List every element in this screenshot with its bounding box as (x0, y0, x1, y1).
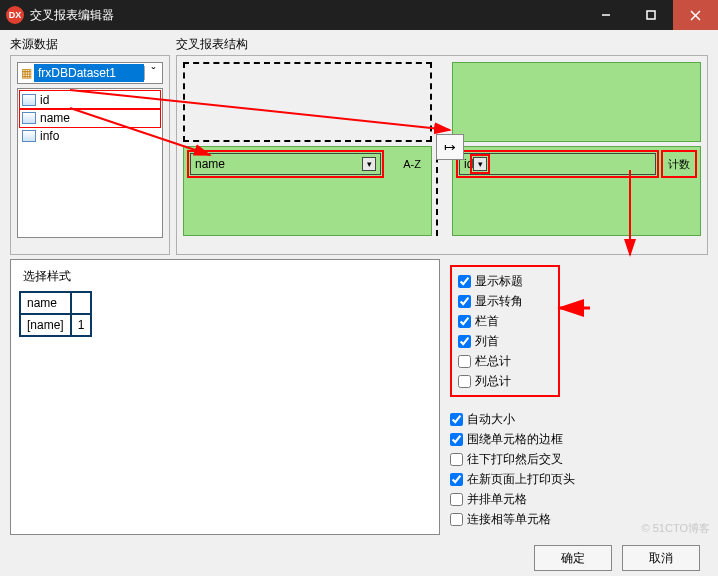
dataset-icon: ▦ (18, 66, 34, 80)
check-label: 列总计 (475, 373, 511, 390)
check-row-header[interactable]: 列首 (458, 331, 552, 351)
options-panel: 显示标题 显示转角 栏首 列首 栏总计 列总计 自动大小 围绕单元格的边框 往下… (446, 259, 708, 535)
checkbox[interactable] (458, 335, 471, 348)
svg-rect-1 (647, 11, 655, 19)
row-field-box[interactable]: name ▾ (190, 153, 381, 175)
preview-cell-label: [name] (20, 314, 71, 336)
close-button[interactable] (673, 0, 718, 30)
check-col-header[interactable]: 栏首 (458, 311, 552, 331)
structure-zone-data[interactable]: id ▾ 计数 (452, 146, 701, 236)
structure-zone-row[interactable]: name ▾ A-Z (183, 146, 432, 236)
check-show-corner[interactable]: 显示转角 (458, 291, 552, 311)
check-label: 往下打印然后交叉 (467, 451, 563, 468)
check-row-total[interactable]: 列总计 (458, 371, 552, 391)
check-label: 连接相等单元格 (467, 511, 551, 528)
checkbox[interactable] (458, 375, 471, 388)
aggregate-label[interactable]: 计数 (664, 153, 694, 175)
source-panel: ▦ frxDBDataset1 ˇ id name info (10, 55, 170, 255)
checkbox[interactable] (458, 315, 471, 328)
maximize-button[interactable] (628, 0, 673, 30)
checkbox[interactable] (450, 513, 463, 526)
checkbox[interactable] (458, 355, 471, 368)
field-label: name (40, 111, 70, 125)
check-label: 并排单元格 (467, 491, 527, 508)
check-label: 在新页面上打印页头 (467, 471, 575, 488)
display-options-group: 显示标题 显示转角 栏首 列首 栏总计 列总计 (450, 265, 560, 397)
app-icon: DX (6, 6, 24, 24)
structure-zone-topleft[interactable] (183, 62, 432, 142)
dialog-footer: 确定 取消 (10, 539, 708, 576)
structure-zone-column-header[interactable] (452, 62, 701, 142)
ok-button[interactable]: 确定 (534, 545, 612, 571)
check-cell-border[interactable]: 围绕单元格的边框 (450, 429, 704, 449)
field-item-info[interactable]: info (20, 127, 160, 145)
dataset-select[interactable]: ▦ frxDBDataset1 ˇ (17, 62, 163, 84)
field-item-id[interactable]: id (20, 91, 160, 109)
chevron-down-icon[interactable]: ˇ (144, 66, 162, 80)
checkbox[interactable] (450, 413, 463, 426)
field-label: info (40, 129, 59, 143)
dataset-selected: frxDBDataset1 (34, 64, 144, 82)
titlebar: DX 交叉报表编辑器 (0, 0, 718, 30)
window-title: 交叉报表编辑器 (30, 7, 114, 24)
checkbox[interactable] (450, 433, 463, 446)
preview-header-cell: name (20, 292, 71, 314)
checkbox[interactable] (450, 473, 463, 486)
check-print-cross[interactable]: 往下打印然后交叉 (450, 449, 704, 469)
field-icon (22, 94, 36, 106)
swap-dimensions-button[interactable]: ↦ (436, 134, 464, 160)
preview-panel: 选择样式 name [name]1 (10, 259, 440, 535)
layout-options-group: 自动大小 围绕单元格的边框 往下打印然后交叉 在新页面上打印页头 并排单元格 连… (450, 409, 704, 529)
check-label: 围绕单元格的边框 (467, 431, 563, 448)
check-reprint-header[interactable]: 在新页面上打印页头 (450, 469, 704, 489)
minimize-button[interactable] (583, 0, 628, 30)
check-label: 自动大小 (467, 411, 515, 428)
cancel-button[interactable]: 取消 (622, 545, 700, 571)
check-side-cells[interactable]: 并排单元格 (450, 489, 704, 509)
data-field-box[interactable]: id ▾ (459, 153, 656, 175)
row-sort-label[interactable]: A-Z (399, 153, 425, 175)
source-label: 来源数据 (10, 36, 170, 53)
check-label: 显示标题 (475, 273, 523, 290)
structure-label: 交叉报表结构 (176, 36, 708, 53)
check-label: 栏首 (475, 313, 499, 330)
check-col-total[interactable]: 栏总计 (458, 351, 552, 371)
field-icon (22, 130, 36, 142)
checkbox[interactable] (450, 493, 463, 506)
watermark: © 51CTO博客 (642, 521, 710, 536)
source-field-list: id name info (17, 88, 163, 238)
dropdown-icon[interactable]: ▾ (473, 157, 487, 171)
check-label: 显示转角 (475, 293, 523, 310)
checkbox[interactable] (450, 453, 463, 466)
preview-table: name [name]1 (19, 291, 92, 337)
checkbox[interactable] (458, 295, 471, 308)
field-icon (22, 112, 36, 124)
preview-cell-value: 1 (71, 314, 92, 336)
select-style-label: 选择样式 (19, 268, 431, 285)
checkbox[interactable] (458, 275, 471, 288)
structure-panel: name ▾ A-Z id ▾ 计数 ↦ (176, 55, 708, 255)
row-field-label: name (195, 157, 225, 171)
data-field-label: id (464, 157, 473, 171)
field-label: id (40, 93, 49, 107)
dropdown-icon[interactable]: ▾ (362, 157, 376, 171)
check-auto-size[interactable]: 自动大小 (450, 409, 704, 429)
check-label: 栏总计 (475, 353, 511, 370)
check-show-title[interactable]: 显示标题 (458, 271, 552, 291)
check-label: 列首 (475, 333, 499, 350)
field-item-name[interactable]: name (20, 109, 160, 127)
